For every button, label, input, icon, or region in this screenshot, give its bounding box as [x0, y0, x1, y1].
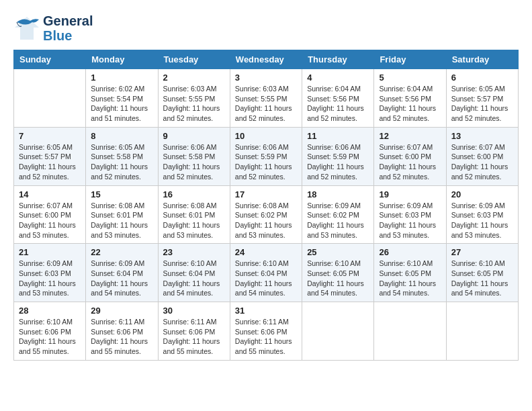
- day-number: 29: [91, 306, 152, 316]
- day-number: 1: [91, 73, 152, 83]
- day-info: Sunrise: 6:07 AMSunset: 6:00 PMDaylight:…: [451, 142, 513, 182]
- day-number: 30: [163, 306, 225, 316]
- calendar-cell: 20Sunrise: 6:09 AMSunset: 6:03 PMDayligh…: [446, 185, 518, 244]
- day-number: 25: [307, 247, 369, 257]
- calendar-cell: 24Sunrise: 6:10 AMSunset: 6:04 PMDayligh…: [230, 244, 302, 302]
- calendar-cell: 1Sunrise: 6:02 AMSunset: 5:54 PMDaylight…: [86, 69, 158, 128]
- day-header-saturday: Saturday: [446, 50, 518, 69]
- calendar-cell: 28Sunrise: 6:10 AMSunset: 6:06 PMDayligh…: [14, 302, 86, 361]
- day-info: Sunrise: 6:02 AMSunset: 5:54 PMDaylight:…: [91, 84, 152, 124]
- day-number: 26: [379, 247, 441, 257]
- day-info: Sunrise: 6:11 AMSunset: 6:06 PMDaylight:…: [91, 317, 152, 357]
- calendar-week-row: 7Sunrise: 6:05 AMSunset: 5:57 PMDaylight…: [14, 127, 519, 185]
- day-header-thursday: Thursday: [302, 50, 374, 69]
- day-number: 8: [91, 131, 152, 141]
- calendar-cell: 23Sunrise: 6:10 AMSunset: 6:04 PMDayligh…: [158, 244, 230, 302]
- calendar-cell: [14, 69, 86, 128]
- calendar-cell: 12Sunrise: 6:07 AMSunset: 6:00 PMDayligh…: [374, 127, 446, 185]
- day-number: 16: [163, 189, 225, 199]
- day-info: Sunrise: 6:06 AMSunset: 5:59 PMDaylight:…: [235, 142, 297, 182]
- day-info: Sunrise: 6:04 AMSunset: 5:56 PMDaylight:…: [307, 84, 369, 124]
- day-number: 23: [163, 247, 225, 257]
- day-info: Sunrise: 6:09 AMSunset: 6:03 PMDaylight:…: [379, 201, 441, 240]
- day-info: Sunrise: 6:10 AMSunset: 6:06 PMDaylight:…: [19, 317, 81, 357]
- day-number: 27: [451, 247, 513, 257]
- calendar-cell: 10Sunrise: 6:06 AMSunset: 5:59 PMDayligh…: [230, 127, 302, 185]
- calendar-cell: [446, 302, 518, 361]
- calendar-cell: 15Sunrise: 6:08 AMSunset: 6:01 PMDayligh…: [86, 185, 158, 244]
- calendar-cell: 22Sunrise: 6:09 AMSunset: 6:04 PMDayligh…: [86, 244, 158, 302]
- day-number: 24: [235, 247, 297, 257]
- day-info: Sunrise: 6:05 AMSunset: 5:58 PMDaylight:…: [91, 142, 152, 182]
- calendar-table: SundayMondayTuesdayWednesdayThursdayFrid…: [13, 50, 519, 361]
- calendar-cell: 4Sunrise: 6:04 AMSunset: 5:56 PMDaylight…: [302, 69, 374, 128]
- day-info: Sunrise: 6:04 AMSunset: 5:56 PMDaylight:…: [379, 84, 441, 124]
- calendar-cell: 9Sunrise: 6:06 AMSunset: 5:58 PMDaylight…: [158, 127, 230, 185]
- day-info: Sunrise: 6:09 AMSunset: 6:03 PMDaylight:…: [451, 201, 513, 240]
- day-info: Sunrise: 6:08 AMSunset: 6:02 PMDaylight:…: [235, 201, 297, 240]
- day-number: 12: [379, 131, 441, 141]
- day-info: Sunrise: 6:10 AMSunset: 6:05 PMDaylight:…: [451, 259, 513, 298]
- day-header-monday: Monday: [86, 50, 158, 69]
- day-info: Sunrise: 6:10 AMSunset: 6:05 PMDaylight:…: [307, 259, 369, 298]
- day-number: 14: [19, 189, 81, 199]
- calendar-week-row: 28Sunrise: 6:10 AMSunset: 6:06 PMDayligh…: [14, 302, 519, 361]
- day-info: Sunrise: 6:05 AMSunset: 5:57 PMDaylight:…: [451, 84, 513, 124]
- day-info: Sunrise: 6:08 AMSunset: 6:01 PMDaylight:…: [91, 201, 152, 240]
- calendar-cell: 2Sunrise: 6:03 AMSunset: 5:55 PMDaylight…: [158, 69, 230, 128]
- day-info: Sunrise: 6:10 AMSunset: 6:04 PMDaylight:…: [163, 259, 225, 298]
- day-number: 20: [451, 189, 513, 199]
- calendar-cell: 13Sunrise: 6:07 AMSunset: 6:00 PMDayligh…: [446, 127, 518, 185]
- day-number: 7: [19, 131, 81, 141]
- day-number: 17: [235, 189, 297, 199]
- day-info: Sunrise: 6:07 AMSunset: 6:00 PMDaylight:…: [379, 142, 441, 182]
- day-header-friday: Friday: [374, 50, 446, 69]
- day-number: 22: [91, 247, 152, 257]
- calendar-cell: 25Sunrise: 6:10 AMSunset: 6:05 PMDayligh…: [302, 244, 374, 302]
- day-number: 15: [91, 189, 152, 199]
- day-number: 4: [307, 73, 369, 83]
- day-number: 13: [451, 131, 513, 141]
- day-header-wednesday: Wednesday: [230, 50, 302, 69]
- day-number: 6: [451, 73, 513, 83]
- day-info: Sunrise: 6:09 AMSunset: 6:03 PMDaylight:…: [19, 259, 81, 298]
- calendar-cell: 21Sunrise: 6:09 AMSunset: 6:03 PMDayligh…: [14, 244, 86, 302]
- logo-blue: Blue: [43, 28, 93, 43]
- page-header: General Blue: [13, 13, 519, 43]
- calendar-cell: 14Sunrise: 6:07 AMSunset: 6:00 PMDayligh…: [14, 185, 86, 244]
- day-info: Sunrise: 6:06 AMSunset: 5:58 PMDaylight:…: [163, 142, 225, 182]
- day-number: 28: [19, 306, 81, 316]
- day-info: Sunrise: 6:09 AMSunset: 6:04 PMDaylight:…: [91, 259, 152, 298]
- calendar-cell: 11Sunrise: 6:06 AMSunset: 5:59 PMDayligh…: [302, 127, 374, 185]
- day-number: 31: [235, 306, 297, 316]
- calendar-cell: 16Sunrise: 6:08 AMSunset: 6:01 PMDayligh…: [158, 185, 230, 244]
- day-info: Sunrise: 6:11 AMSunset: 6:06 PMDaylight:…: [235, 317, 297, 357]
- calendar-cell: 17Sunrise: 6:08 AMSunset: 6:02 PMDayligh…: [230, 185, 302, 244]
- calendar-cell: 8Sunrise: 6:05 AMSunset: 5:58 PMDaylight…: [86, 127, 158, 185]
- calendar-cell: 27Sunrise: 6:10 AMSunset: 6:05 PMDayligh…: [446, 244, 518, 302]
- calendar-cell: 6Sunrise: 6:05 AMSunset: 5:57 PMDaylight…: [446, 69, 518, 128]
- day-info: Sunrise: 6:07 AMSunset: 6:00 PMDaylight:…: [19, 201, 81, 240]
- day-number: 21: [19, 247, 81, 257]
- calendar-cell: 18Sunrise: 6:09 AMSunset: 6:02 PMDayligh…: [302, 185, 374, 244]
- day-number: 18: [307, 189, 369, 199]
- day-info: Sunrise: 6:09 AMSunset: 6:02 PMDaylight:…: [307, 201, 369, 240]
- day-info: Sunrise: 6:10 AMSunset: 6:04 PMDaylight:…: [235, 259, 297, 298]
- calendar-header-row: SundayMondayTuesdayWednesdayThursdayFrid…: [14, 50, 519, 69]
- calendar-cell: [302, 302, 374, 361]
- calendar-cell: 30Sunrise: 6:11 AMSunset: 6:06 PMDayligh…: [158, 302, 230, 361]
- calendar-cell: 5Sunrise: 6:04 AMSunset: 5:56 PMDaylight…: [374, 69, 446, 128]
- calendar-cell: 31Sunrise: 6:11 AMSunset: 6:06 PMDayligh…: [230, 302, 302, 361]
- calendar-cell: [374, 302, 446, 361]
- day-number: 11: [307, 131, 369, 141]
- day-number: 9: [163, 131, 225, 141]
- day-info: Sunrise: 6:08 AMSunset: 6:01 PMDaylight:…: [163, 201, 225, 240]
- day-info: Sunrise: 6:11 AMSunset: 6:06 PMDaylight:…: [163, 317, 225, 357]
- day-info: Sunrise: 6:10 AMSunset: 6:05 PMDaylight:…: [379, 259, 441, 298]
- calendar-cell: 3Sunrise: 6:03 AMSunset: 5:55 PMDaylight…: [230, 69, 302, 128]
- calendar-cell: 29Sunrise: 6:11 AMSunset: 6:06 PMDayligh…: [86, 302, 158, 361]
- day-number: 5: [379, 73, 441, 83]
- calendar-cell: 26Sunrise: 6:10 AMSunset: 6:05 PMDayligh…: [374, 244, 446, 302]
- calendar-week-row: 21Sunrise: 6:09 AMSunset: 6:03 PMDayligh…: [14, 244, 519, 302]
- calendar-week-row: 1Sunrise: 6:02 AMSunset: 5:54 PMDaylight…: [14, 69, 519, 128]
